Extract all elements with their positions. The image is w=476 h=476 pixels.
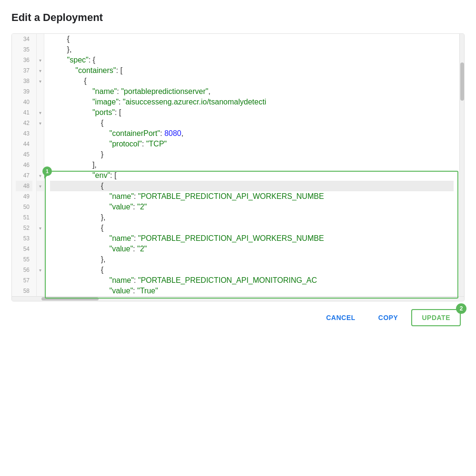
code-content[interactable]: { }, "spec": { "containers": [ { "name":… bbox=[44, 34, 459, 296]
code-line-34: { bbox=[50, 34, 454, 44]
badge-1-marker: 1 bbox=[42, 166, 52, 176]
code-line-35: }, bbox=[50, 44, 454, 55]
scrollbar-thumb[interactable] bbox=[460, 62, 464, 101]
code-line-46: ], bbox=[50, 160, 454, 170]
code-line-52: { bbox=[50, 223, 454, 233]
code-line-41: "ports": [ bbox=[50, 107, 454, 118]
code-line-43: "containerPort": 8080, bbox=[50, 128, 454, 139]
line-numbers: 34 35 36 37 38 39 40 41 42 43 44 45 46 4… bbox=[12, 34, 37, 296]
code-line-48: { bbox=[50, 181, 454, 191]
code-editor: 34 35 36 37 38 39 40 41 42 43 44 45 46 4… bbox=[11, 33, 465, 301]
code-line-57: "name": "PORTABLE_PREDICTION_API_MONITOR… bbox=[50, 275, 454, 286]
horizontal-scrollbar[interactable] bbox=[12, 296, 464, 301]
code-line-45: } bbox=[50, 149, 454, 160]
code-line-37: "containers": [ bbox=[50, 65, 454, 76]
code-line-44: "protocol": "TCP" bbox=[50, 139, 454, 149]
code-line-54: "value": "2" bbox=[50, 244, 454, 254]
copy-button[interactable]: COPY bbox=[369, 310, 408, 325]
code-line-42: { bbox=[50, 118, 454, 128]
code-line-55: }, bbox=[50, 254, 454, 265]
code-line-36: "spec": { bbox=[50, 55, 454, 65]
code-line-58: "value": "True" bbox=[50, 286, 454, 296]
code-line-38: { bbox=[50, 76, 454, 86]
code-line-50: "value": "2" bbox=[50, 202, 454, 212]
code-line-47: "env": [ bbox=[50, 170, 454, 181]
code-line-40: "image": "aisuccesseng.azurecr.io/tsanom… bbox=[50, 97, 454, 107]
cancel-button[interactable]: CANCEL bbox=[316, 310, 365, 325]
scrollbar-h-thumb[interactable] bbox=[41, 297, 99, 300]
footer: CANCEL COPY UPDATE 2 bbox=[11, 301, 465, 330]
code-line-53: "name": "PORTABLE_PREDICTION_API_WORKERS… bbox=[50, 233, 454, 244]
code-line-49: "name": "PORTABLE_PREDICTION_API_WORKERS… bbox=[50, 191, 454, 202]
page-title: Edit a Deployment bbox=[11, 11, 465, 24]
code-line-56: { bbox=[50, 265, 454, 275]
vertical-scrollbar[interactable] bbox=[459, 34, 464, 296]
fold-column: ▾ ▾ ▾ ▾ ▾ ▾ ▾ ▾ ▾ bbox=[37, 34, 44, 296]
update-button-wrapper: UPDATE 2 bbox=[411, 309, 461, 326]
code-line-51: }, bbox=[50, 212, 454, 223]
badge-2-marker: 2 bbox=[456, 303, 466, 314]
code-line-39: "name": "portablepredictionserver", bbox=[50, 86, 454, 97]
update-button[interactable]: UPDATE bbox=[411, 309, 461, 326]
